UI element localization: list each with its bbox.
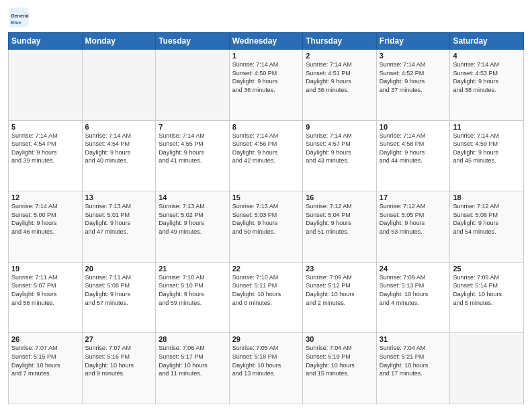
day-info: Sunrise: 7:08 AM Sunset: 5:14 PM Dayligh… [453,273,521,307]
calendar-cell: 31Sunrise: 7:04 AM Sunset: 5:21 PM Dayli… [376,333,450,404]
day-info: Sunrise: 7:13 AM Sunset: 5:01 PM Dayligh… [85,202,153,236]
day-info: Sunrise: 7:04 AM Sunset: 5:19 PM Dayligh… [306,344,373,377]
day-number: 12 [11,193,79,201]
calendar-cell: 22Sunrise: 7:10 AM Sunset: 5:11 PM Dayli… [229,262,303,333]
day-info: Sunrise: 7:06 AM Sunset: 5:17 PM Dayligh… [159,344,226,377]
day-info: Sunrise: 7:09 AM Sunset: 5:13 PM Dayligh… [380,273,447,307]
day-info: Sunrise: 7:07 AM Sunset: 5:15 PM Dayligh… [11,344,79,377]
day-info: Sunrise: 7:14 AM Sunset: 4:52 PM Dayligh… [380,60,447,94]
day-number: 6 [85,123,153,131]
calendar-cell [156,50,230,121]
day-info: Sunrise: 7:11 AM Sunset: 5:08 PM Dayligh… [85,273,153,307]
day-info: Sunrise: 7:14 AM Sunset: 4:50 PM Dayligh… [232,60,300,94]
calendar-cell: 15Sunrise: 7:13 AM Sunset: 5:03 PM Dayli… [229,191,303,263]
calendar-cell [9,50,83,121]
calendar-cell: 12Sunrise: 7:14 AM Sunset: 5:00 PM Dayli… [9,191,83,263]
weekday-header: Monday [82,33,156,50]
day-number: 8 [232,123,300,131]
day-number: 17 [380,193,447,201]
day-info: Sunrise: 7:14 AM Sunset: 4:51 PM Dayligh… [306,60,373,94]
day-number: 18 [453,193,521,201]
calendar-cell: 26Sunrise: 7:07 AM Sunset: 5:15 PM Dayli… [9,333,83,404]
header: General Blue [8,7,524,28]
page: General Blue SundayMondayTuesdayWednesda… [0,0,532,411]
logo: General Blue [8,7,32,28]
day-number: 28 [159,335,226,343]
calendar-cell: 4Sunrise: 7:14 AM Sunset: 4:53 PM Daylig… [450,50,524,121]
calendar-week-row: 1Sunrise: 7:14 AM Sunset: 4:50 PM Daylig… [9,50,524,121]
weekday-header: Saturday [450,33,524,50]
calendar-cell [82,50,156,121]
calendar-cell: 21Sunrise: 7:10 AM Sunset: 5:10 PM Dayli… [156,262,230,333]
weekday-header: Wednesday [229,33,303,50]
calendar-cell [450,333,524,404]
calendar-cell: 28Sunrise: 7:06 AM Sunset: 5:17 PM Dayli… [156,333,230,404]
day-info: Sunrise: 7:10 AM Sunset: 5:10 PM Dayligh… [159,273,226,307]
day-info: Sunrise: 7:14 AM Sunset: 4:58 PM Dayligh… [380,132,447,165]
calendar-cell: 5Sunrise: 7:14 AM Sunset: 4:54 PM Daylig… [9,120,83,191]
day-info: Sunrise: 7:14 AM Sunset: 4:55 PM Dayligh… [159,132,226,165]
day-info: Sunrise: 7:14 AM Sunset: 5:00 PM Dayligh… [11,202,79,236]
calendar-cell: 23Sunrise: 7:09 AM Sunset: 5:12 PM Dayli… [303,262,377,333]
calendar-cell: 24Sunrise: 7:09 AM Sunset: 5:13 PM Dayli… [376,262,450,333]
calendar-cell: 17Sunrise: 7:12 AM Sunset: 5:05 PM Dayli… [376,191,450,263]
day-number: 4 [453,52,521,60]
day-number: 1 [232,52,300,60]
calendar-cell: 6Sunrise: 7:14 AM Sunset: 4:54 PM Daylig… [82,120,156,191]
day-number: 3 [380,52,447,60]
day-info: Sunrise: 7:07 AM Sunset: 5:16 PM Dayligh… [85,344,153,377]
calendar-cell: 3Sunrise: 7:14 AM Sunset: 4:52 PM Daylig… [376,50,450,121]
day-number: 5 [11,123,79,131]
calendar-week-row: 5Sunrise: 7:14 AM Sunset: 4:54 PM Daylig… [9,120,524,191]
calendar-cell: 18Sunrise: 7:12 AM Sunset: 5:06 PM Dayli… [450,191,524,263]
day-info: Sunrise: 7:14 AM Sunset: 4:59 PM Dayligh… [453,132,521,165]
calendar-cell: 19Sunrise: 7:11 AM Sunset: 5:07 PM Dayli… [9,262,83,333]
calendar-cell: 25Sunrise: 7:08 AM Sunset: 5:14 PM Dayli… [450,262,524,333]
day-info: Sunrise: 7:13 AM Sunset: 5:02 PM Dayligh… [159,202,226,236]
day-number: 22 [232,265,300,273]
day-number: 30 [306,335,373,343]
calendar-cell: 16Sunrise: 7:12 AM Sunset: 5:04 PM Dayli… [303,191,377,263]
calendar-cell: 13Sunrise: 7:13 AM Sunset: 5:01 PM Dayli… [82,191,156,263]
weekday-header: Tuesday [156,33,230,50]
day-number: 24 [380,265,447,273]
calendar-cell: 8Sunrise: 7:14 AM Sunset: 4:56 PM Daylig… [229,120,303,191]
day-number: 31 [380,335,447,343]
day-number: 11 [453,123,521,131]
day-number: 14 [159,193,226,201]
calendar-week-row: 26Sunrise: 7:07 AM Sunset: 5:15 PM Dayli… [9,333,524,404]
day-number: 21 [159,265,226,273]
svg-text:General: General [11,13,29,19]
day-info: Sunrise: 7:14 AM Sunset: 4:54 PM Dayligh… [11,132,79,165]
day-number: 19 [11,265,79,273]
day-number: 16 [306,193,373,201]
calendar-cell: 30Sunrise: 7:04 AM Sunset: 5:19 PM Dayli… [303,333,377,404]
day-info: Sunrise: 7:13 AM Sunset: 5:03 PM Dayligh… [232,202,300,236]
day-number: 13 [85,193,153,201]
day-number: 7 [159,123,226,131]
calendar-cell: 20Sunrise: 7:11 AM Sunset: 5:08 PM Dayli… [82,262,156,333]
day-info: Sunrise: 7:09 AM Sunset: 5:12 PM Dayligh… [306,273,373,307]
day-info: Sunrise: 7:05 AM Sunset: 5:18 PM Dayligh… [232,344,300,377]
day-info: Sunrise: 7:12 AM Sunset: 5:04 PM Dayligh… [306,202,373,236]
day-info: Sunrise: 7:14 AM Sunset: 4:56 PM Dayligh… [232,132,300,165]
day-number: 26 [11,335,79,343]
calendar-cell: 29Sunrise: 7:05 AM Sunset: 5:18 PM Dayli… [229,333,303,404]
calendar-cell: 10Sunrise: 7:14 AM Sunset: 4:58 PM Dayli… [376,120,450,191]
svg-text:Blue: Blue [11,19,21,26]
day-number: 2 [306,52,373,60]
day-number: 27 [85,335,153,343]
day-number: 23 [306,265,373,273]
calendar-cell: 7Sunrise: 7:14 AM Sunset: 4:55 PM Daylig… [156,120,230,191]
day-number: 9 [306,123,373,131]
calendar-cell: 14Sunrise: 7:13 AM Sunset: 5:02 PM Dayli… [156,191,230,263]
day-info: Sunrise: 7:12 AM Sunset: 5:06 PM Dayligh… [453,202,521,236]
calendar-table: SundayMondayTuesdayWednesdayThursdayFrid… [8,32,524,404]
day-info: Sunrise: 7:10 AM Sunset: 5:11 PM Dayligh… [232,273,300,307]
day-info: Sunrise: 7:04 AM Sunset: 5:21 PM Dayligh… [380,344,447,377]
weekday-header: Sunday [9,33,83,50]
logo-icon: General Blue [8,7,30,28]
day-number: 20 [85,265,153,273]
day-number: 15 [232,193,300,201]
weekday-header: Friday [376,33,450,50]
